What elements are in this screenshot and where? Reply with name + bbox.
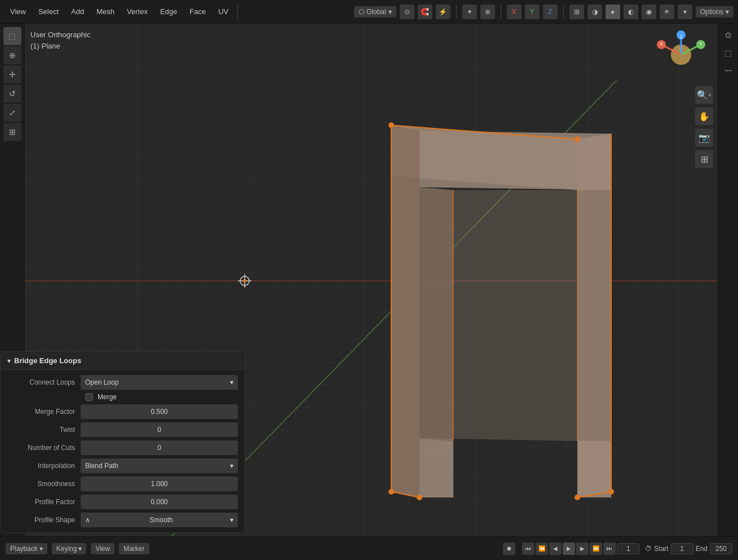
menu-add[interactable]: Add [65,5,90,18]
axis-z-btn[interactable]: Z [543,5,558,19]
svg-text:Y: Y [699,41,702,47]
profile-shape-value: Smooth [149,516,173,524]
operator-header[interactable]: ▾ Bridge Edge Loops [1,352,245,370]
play-btn[interactable]: ▶ [563,543,575,555]
profile-factor-input[interactable]: 0.000 [81,495,238,509]
view-btn[interactable]: View [91,543,114,554]
record-btn[interactable]: ⏺ [503,543,515,555]
merge-row: Merge [1,391,245,403]
menu-select[interactable]: Select [33,5,64,18]
select-circle-btn[interactable]: ⊙ [721,27,736,43]
global-icon: ⬡ [359,8,364,16]
prev-frame-btn[interactable]: ⏪ [536,543,548,555]
transform-pivot-btn[interactable]: ✦ [462,5,477,19]
profile-shape-label: Profile Shape [7,516,81,524]
move-tool-btn[interactable]: ✛ [3,65,21,83]
profile-shape-control: ∧ Smooth ▾ [81,513,238,527]
jump-start-btn[interactable]: ⏮ [522,543,534,555]
menu-vertex[interactable]: Vertex [121,5,153,18]
merge-factor-row: Merge Factor 0.500 [1,403,245,421]
gizmo[interactable]: Z Y X [656,29,706,80]
merge-factor-input[interactable]: 0.500 [81,404,238,419]
options-dropdown[interactable]: Options ▾ [696,6,733,17]
svg-text:X: X [660,41,663,47]
smoothness-row: Smoothness 1.000 [1,475,245,493]
playback-chevron-icon: ▾ [39,545,43,553]
number-of-cuts-input[interactable]: 0 [81,440,238,455]
profile-shape-icon: ∧ [85,516,90,524]
twist-input[interactable]: 0 [81,422,238,437]
scale-tool-btn[interactable]: ⤢ [3,104,21,122]
svg-marker-26 [577,190,611,441]
select-lasso-btn[interactable]: 〰 [721,63,736,79]
transform-orientation-btn[interactable]: ⊕ [480,5,495,19]
marker-btn[interactable]: Marker [119,543,149,554]
merge-factor-control: 0.500 [81,404,238,419]
shading-solid-btn[interactable]: ● [606,5,620,19]
profile-shape-dropdown[interactable]: ∧ Smooth ▾ [81,513,238,527]
interpolation-value: Blend Path [85,462,118,470]
camera-btn[interactable]: 📷 [695,129,713,147]
overlay-btn[interactable]: ◑ [587,5,602,19]
svg-text:Z: Z [679,34,683,39]
select-box-btn[interactable]: ⬚ [721,45,736,61]
options-chevron-icon: ▾ [726,8,729,16]
menu-view[interactable]: View [5,5,32,18]
profile-factor-control: 0.000 [81,495,238,509]
prev-keyframe-btn[interactable]: ◀ [549,543,562,555]
menu-mesh[interactable]: Mesh [91,5,120,18]
select-tool-btn[interactable]: ⬚ [3,27,21,45]
shading-render-btn[interactable]: ◉ [642,5,656,19]
jump-end-btn[interactable]: ⏭ [603,543,616,555]
timing-display: ⏱ Start 1 End 250 [645,543,732,554]
axis-x-btn[interactable]: X [507,5,522,19]
cursor-tool-btn[interactable]: ⊕ [3,46,21,64]
menu-uv[interactable]: UV [213,5,234,18]
global-dropdown[interactable]: ⬡ Global ▾ [354,6,396,17]
top-menubar: View Select Add Mesh Vertex Edge Face UV… [0,0,738,24]
zoom-in-btn[interactable]: 🔍+ [695,86,713,104]
start-frame-input[interactable]: 1 [671,543,693,554]
merge-label: Merge [98,393,117,401]
connect-loops-dropdown[interactable]: Open Loop ▾ [81,375,238,390]
playback-label: Playback [10,545,38,553]
connect-loops-control: Open Loop ▾ [81,375,238,390]
number-of-cuts-row: Number of Cuts 0 [1,439,245,457]
shading-more-btn[interactable]: ▾ [678,5,692,19]
current-frame-display[interactable]: 1 [617,543,639,554]
separator2 [456,5,457,19]
interpolation-chevron-icon: ▾ [230,462,233,470]
clock-icon: ⏱ [645,545,652,553]
next-keyframe-btn[interactable]: ▶ [576,543,589,555]
next-frame-btn[interactable]: ⏩ [590,543,602,555]
keying-btn[interactable]: Keying ▾ [52,543,87,554]
shading-rendered-btn[interactable]: ☀ [660,5,674,19]
proportional-edit-btn[interactable]: ⊙ [400,5,414,19]
start-label: Start [654,545,668,553]
connect-loops-label: Connect Loops [7,378,81,386]
editor-type-btn[interactable]: ⊞ [569,5,584,19]
nav-icons: 🔍+ ✋ 📷 ⊞ [695,86,713,168]
pan-btn[interactable]: ✋ [695,107,713,125]
connect-loops-value: Open Loop [85,378,118,386]
connect-loops-chevron-icon: ▾ [230,378,233,386]
snap-btn[interactable]: 🧲 [418,5,432,19]
menu-edge[interactable]: Edge [154,5,183,18]
snap-options-btn[interactable]: ⚡ [436,5,450,19]
axis-y-btn[interactable]: Y [525,5,540,19]
right-toolbar: ⊙ ⬚ 〰 [718,24,738,537]
rotate-tool-btn[interactable]: ↺ [3,85,21,103]
keying-label: Keying [56,545,77,553]
interpolation-dropdown[interactable]: Blend Path ▾ [81,458,238,473]
merge-checkbox[interactable] [85,393,93,401]
smoothness-input[interactable]: 1.000 [81,477,238,491]
separator [237,5,238,19]
grid-view-btn[interactable]: ⊞ [695,150,713,168]
shading-mat-btn[interactable]: ◐ [624,5,638,19]
transform-tool-btn[interactable]: ⊞ [3,123,21,141]
playback-btn[interactable]: Playback ▾ [6,543,47,554]
twist-row: Twist 0 [1,421,245,439]
end-frame-input[interactable]: 250 [710,543,732,554]
menu-face[interactable]: Face [184,5,211,18]
svg-point-39 [388,489,394,495]
